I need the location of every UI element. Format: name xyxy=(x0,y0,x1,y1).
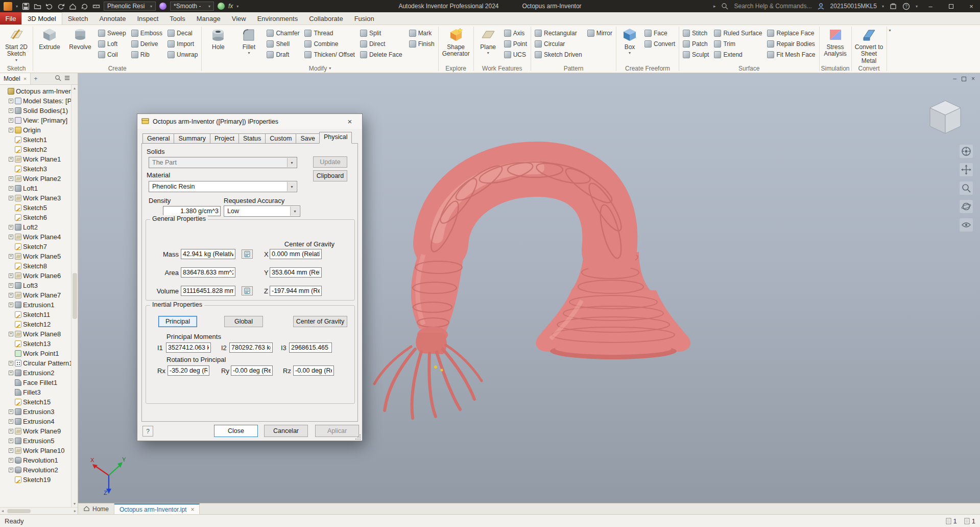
tree-item[interactable]: Sketch12 xyxy=(2,319,71,329)
expand-toggle[interactable]: + xyxy=(9,283,13,288)
ribbon-small-button[interactable]: Ruled Surface xyxy=(712,28,764,38)
dialog-tab[interactable]: General xyxy=(142,133,174,144)
ribbon-small-button[interactable]: Chamfer xyxy=(265,28,301,38)
shape-generator-button[interactable]: Shape Generator xyxy=(440,26,472,58)
ribbon-small-button[interactable]: Finish xyxy=(407,38,437,49)
ribbon-collapse-caret-icon[interactable]: ▾ xyxy=(889,28,891,33)
extrude-button[interactable]: Extrude xyxy=(35,26,64,51)
rx-field[interactable] xyxy=(168,365,209,376)
open-icon[interactable] xyxy=(33,2,41,10)
panel-label-create[interactable]: Create xyxy=(35,64,200,73)
save-icon[interactable] xyxy=(21,2,30,10)
mass-field[interactable] xyxy=(181,249,235,259)
expand-toggle[interactable]: + xyxy=(9,186,13,191)
expand-toggle[interactable]: + xyxy=(9,118,13,123)
tree-item[interactable]: Sketch3 xyxy=(2,164,71,174)
expand-toggle[interactable]: + xyxy=(9,458,13,463)
minimize-button[interactable]: – xyxy=(923,0,938,12)
ribbon-small-button[interactable]: Patch xyxy=(681,38,711,49)
plane-button[interactable]: Plane ▾ xyxy=(475,26,501,56)
ribbon-small-button[interactable]: Emboss xyxy=(129,28,164,38)
hole-button[interactable]: Hole xyxy=(203,26,233,51)
expand-toggle[interactable]: + xyxy=(9,99,13,103)
ribbon-small-button[interactable]: Rectangular xyxy=(533,28,584,38)
expand-toggle[interactable]: + xyxy=(9,157,13,162)
tree-item[interactable]: Octopus arm-Inventor xyxy=(2,86,71,96)
ribbon-small-button[interactable]: Face xyxy=(642,28,677,38)
dialog-tab[interactable]: Custom xyxy=(265,133,296,144)
ribbon-small-button[interactable]: Draft xyxy=(265,49,301,60)
dialog-title-bar[interactable]: Octopus arm-Inventor ([Primary]) iProper… xyxy=(137,114,362,129)
ribbon-small-button[interactable]: Sculpt xyxy=(681,49,711,60)
principal-button[interactable]: Principal xyxy=(158,316,197,327)
expand-toggle[interactable]: + xyxy=(9,128,13,132)
start-2d-sketch-button[interactable]: Start 2D Sketch ▾ xyxy=(2,26,31,63)
browser-vertical-scrollbar[interactable]: ▴ ▾ xyxy=(71,85,78,507)
scroll-down-icon[interactable]: ▾ xyxy=(74,501,76,506)
material-quick-select[interactable]: Phenolic Resi ▾ xyxy=(104,2,156,11)
ribbon-small-button[interactable]: Replace Face xyxy=(765,28,817,38)
i3-field[interactable] xyxy=(289,342,332,353)
ribbon-small-button[interactable]: Mirror xyxy=(585,28,614,38)
ribbon-small-button[interactable]: Extend xyxy=(712,49,764,60)
panel-label-simulation[interactable]: Simulation xyxy=(821,64,850,73)
tree-item[interactable]: + View: [Primary] xyxy=(2,116,71,125)
expand-toggle[interactable]: + xyxy=(9,273,13,278)
appearance-quick-select[interactable]: *Smooth - ▾ xyxy=(170,2,214,11)
doc-minimize-icon[interactable]: – xyxy=(953,75,957,82)
ribbon-small-button[interactable]: Split xyxy=(358,28,404,38)
center-of-gravity-button[interactable]: Center of Gravity xyxy=(293,316,347,327)
home-icon[interactable] xyxy=(68,2,77,10)
ribbon-small-button[interactable]: Rib xyxy=(129,49,164,60)
tree-item[interactable]: + Loft1 xyxy=(2,184,71,193)
expand-toggle[interactable]: + xyxy=(9,108,13,113)
tree-item[interactable]: Face Fillet1 xyxy=(2,378,71,387)
ribbon-tab[interactable]: Sketch xyxy=(62,12,94,25)
expand-toggle[interactable]: + xyxy=(9,235,13,239)
volume-calculator-button[interactable] xyxy=(242,286,253,295)
expand-toggle[interactable]: + xyxy=(9,361,13,365)
tree-item[interactable]: + Extrusion3 xyxy=(2,407,71,417)
ribbon-small-button[interactable]: Fit Mesh Face xyxy=(765,49,817,60)
panel-label-pattern[interactable]: Pattern xyxy=(533,64,614,73)
maximize-button[interactable] xyxy=(943,0,959,12)
tree-item[interactable]: Sketch11 xyxy=(2,310,71,319)
tree-item[interactable]: Sketch19 xyxy=(2,475,71,485)
inventor-logo-icon[interactable] xyxy=(4,2,12,11)
expand-toggle[interactable]: + xyxy=(9,303,13,307)
tree-item[interactable]: + Solid Bodies(1) xyxy=(2,106,71,116)
tree-item[interactable]: + Loft3 xyxy=(2,281,71,290)
ribbon-tab[interactable]: Collaborate xyxy=(303,12,349,25)
tree-item[interactable]: + Work Plane10 xyxy=(2,446,71,455)
dialog-tab[interactable]: Status xyxy=(238,133,266,144)
parameters-fx-icon[interactable]: fx xyxy=(228,3,233,10)
global-button[interactable]: Global xyxy=(224,316,263,327)
tree-item[interactable]: Sketch5 xyxy=(2,203,71,213)
browser-search-icon[interactable] xyxy=(55,75,61,83)
document-tab-active[interactable]: Octopus arm-Inventor.ipt × xyxy=(114,503,200,514)
ribbon-small-button[interactable]: Mark xyxy=(407,28,437,38)
apply-button[interactable]: Aplicar xyxy=(315,425,359,437)
tree-item[interactable]: Sketch13 xyxy=(2,339,71,349)
tree-item[interactable]: + Origin xyxy=(2,125,71,135)
user-menu-caret-icon[interactable]: ▾ xyxy=(882,4,884,9)
ribbon-tab[interactable]: Inspect xyxy=(131,12,164,25)
search-expand-icon[interactable]: ▸ xyxy=(713,4,716,9)
expand-toggle[interactable]: + xyxy=(9,254,13,259)
ribbon-small-button[interactable]: Sketch Driven xyxy=(533,49,584,60)
tree-item[interactable]: + Work Plane9 xyxy=(2,426,71,436)
expand-toggle[interactable]: + xyxy=(9,419,13,424)
ribbon-small-button[interactable]: Derive xyxy=(129,38,164,49)
expand-toggle[interactable]: + xyxy=(9,293,13,297)
ribbon-tab[interactable]: View xyxy=(226,12,252,25)
expand-toggle[interactable]: + xyxy=(9,176,13,181)
freeform-box-button[interactable]: Box ▾ xyxy=(618,26,641,56)
user-id[interactable]: 202150015MKL5 xyxy=(830,3,877,10)
tree-item[interactable]: + Extrusion1 xyxy=(2,300,71,310)
dialog-tab[interactable]: Save xyxy=(296,133,320,144)
scrollbar-thumb[interactable] xyxy=(73,273,77,319)
file-menu-button[interactable]: File xyxy=(0,12,21,25)
close-button[interactable]: Close xyxy=(214,425,258,437)
ribbon-small-button[interactable]: Convert xyxy=(642,38,677,49)
ribbon-small-button[interactable]: Point xyxy=(502,38,529,49)
